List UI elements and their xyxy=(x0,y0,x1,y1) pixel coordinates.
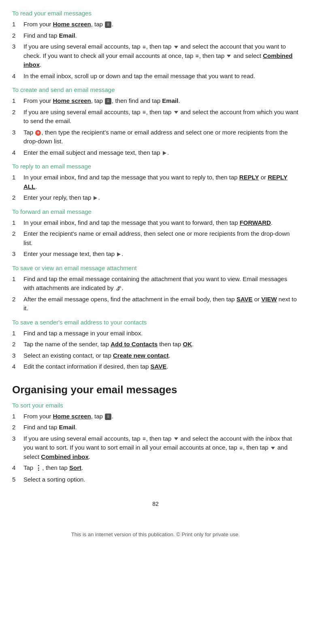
list-item: 1 In your email inbox, find and tap the … xyxy=(12,173,299,191)
list-item: 5 Select a sorting option. xyxy=(12,475,299,484)
section-reply-email-steps: 1 In your email inbox, find and tap the … xyxy=(12,173,299,203)
list-item: 3 Select an existing contact, or tap Cre… xyxy=(12,351,299,360)
list-item: 2 Enter the recipient's name or email ad… xyxy=(12,229,299,247)
send-icon xyxy=(117,252,121,256)
more-options-icon: ⋮ xyxy=(35,463,42,473)
footer-text: This is an internet version of this publ… xyxy=(12,531,299,537)
section-save-sender-heading: To save a sender's email address to your… xyxy=(12,319,299,326)
list-item: 1 Find and tap a message in your email i… xyxy=(12,329,299,338)
list-item: 4 Edit the contact information if desire… xyxy=(12,362,299,371)
section-save-sender: To save a sender's email address to your… xyxy=(12,319,299,371)
list-item: 2 After the email message opens, find th… xyxy=(12,295,299,313)
attachment-icon: 🖇 xyxy=(116,284,121,293)
section-save-attachment: To save or view an email message attachm… xyxy=(12,264,299,313)
section-sort-emails-heading: To sort your emails xyxy=(12,402,299,409)
list-item: 2 Enter your reply, then tap . xyxy=(12,193,299,203)
apps-icon: ⠿ xyxy=(105,414,111,420)
section-read-email-steps: 1 From your Home screen, tap ⠿. 2 Find a… xyxy=(12,20,299,81)
organising-big-heading: Organising your email messages xyxy=(12,384,299,396)
list-item: 2 Tap the name of the sender, tap Add to… xyxy=(12,340,299,349)
send-icon xyxy=(163,151,166,155)
section-reply-email-heading: To reply to an email message xyxy=(12,163,299,170)
section-forward-email-steps: 1 In your email inbox, find and tap the … xyxy=(12,218,299,259)
list-item: 4 In the email inbox, scroll up or down … xyxy=(12,72,299,81)
list-item: 1 From your Home screen, tap ⠿, then fin… xyxy=(12,96,299,106)
section-sort-emails: To sort your emails 1 From your Home scr… xyxy=(12,402,299,484)
dropdown-icon xyxy=(174,46,178,49)
dropdown-icon xyxy=(174,437,178,440)
section-create-email-heading: To create and send an email message xyxy=(12,86,299,93)
dropdown-icon xyxy=(227,55,231,58)
list-item: 1 From your Home screen, tap ⠿. xyxy=(12,20,299,29)
list-item: 1 In your email inbox, find and tap the … xyxy=(12,218,299,228)
section-save-attachment-steps: 1 Find and tap the email message contain… xyxy=(12,275,299,313)
menu-icon: ≡ xyxy=(143,43,146,51)
list-item: 3 If you are using several email account… xyxy=(12,434,299,462)
list-item: 1 From your Home screen, tap ⠿. xyxy=(12,412,299,421)
send-icon xyxy=(94,196,97,200)
section-read-email: To read your email messages 1 From your … xyxy=(12,10,299,81)
page-content: To read your email messages 1 From your … xyxy=(12,10,299,537)
section-create-email: To create and send an email message 1 Fr… xyxy=(12,86,299,157)
apps-icon: ⠿ xyxy=(105,21,111,28)
list-item: 2 If you are using several email account… xyxy=(12,108,299,126)
dropdown-icon xyxy=(271,447,275,450)
page-number: 82 xyxy=(12,501,299,507)
menu-icon: ≡ xyxy=(239,444,243,452)
list-item: 3 Tap +, then type the recipient's name … xyxy=(12,128,299,146)
menu-icon: ≡ xyxy=(196,52,199,60)
menu-icon: ≡ xyxy=(143,435,146,443)
section-read-email-heading: To read your email messages xyxy=(12,10,299,17)
section-create-email-steps: 1 From your Home screen, tap ⠿, then fin… xyxy=(12,96,299,157)
list-item: 3 Enter your message text, then tap . xyxy=(12,249,299,259)
section-reply-email: To reply to an email message 1 In your e… xyxy=(12,163,299,203)
list-item: 4 Tap ⋮, then tap Sort. xyxy=(12,463,299,473)
section-save-sender-steps: 1 Find and tap a message in your email i… xyxy=(12,329,299,371)
list-item: 2 Find and tap Email. xyxy=(12,423,299,432)
apps-icon: ⠿ xyxy=(105,98,111,104)
list-item: 1 Find and tap the email message contain… xyxy=(12,275,299,293)
section-save-attachment-heading: To save or view an email message attachm… xyxy=(12,264,299,271)
dropdown-icon xyxy=(174,111,178,114)
compose-icon: + xyxy=(35,130,41,136)
list-item: 4 Enter the email subject and message te… xyxy=(12,148,299,158)
list-item: 3 If you are using several email account… xyxy=(12,42,299,70)
section-forward-email: To forward an email message 1 In your em… xyxy=(12,208,299,259)
list-item: 2 Find and tap Email. xyxy=(12,31,299,41)
section-forward-email-heading: To forward an email message xyxy=(12,208,299,215)
section-sort-emails-steps: 1 From your Home screen, tap ⠿. 2 Find a… xyxy=(12,412,299,484)
menu-icon: ≡ xyxy=(143,108,146,117)
